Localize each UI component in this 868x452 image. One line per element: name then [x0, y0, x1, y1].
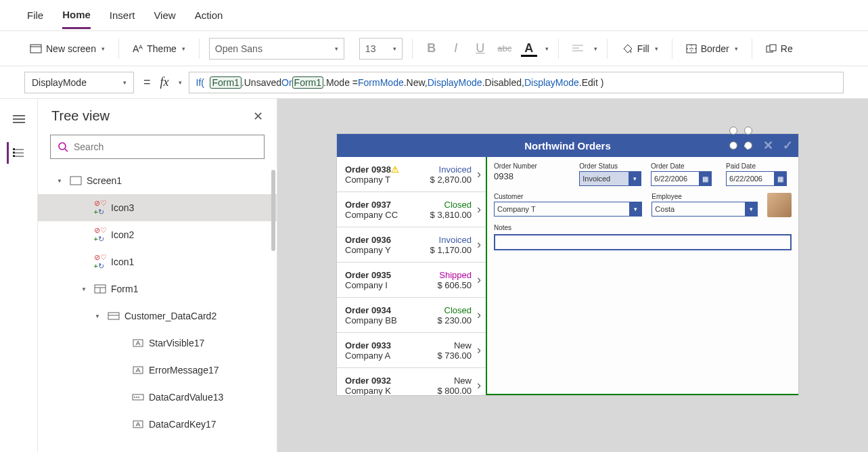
order-number: Order 0938⚠ [345, 164, 426, 175]
svg-rect-15 [13, 155, 15, 157]
order-list[interactable]: Order 0938⚠Company TInvoiced$ 2,870.00›O… [337, 157, 487, 395]
chevron-down-icon: ▾ [629, 202, 641, 216]
tree-item-label: ErrorMessage17 [149, 365, 219, 376]
menu-home[interactable]: Home [62, 2, 91, 29]
tree-item-datacardkey17[interactable]: DataCardKey17 [38, 411, 277, 438]
order-row[interactable]: Order 0938⚠Company TInvoiced$ 2,870.00› [337, 157, 486, 192]
paid-date-label: Paid Date [726, 162, 792, 170]
chevron-down-icon: ▾ [123, 79, 127, 86]
tree-item-icon2[interactable]: ⊘♡+↻Icon2 [38, 221, 277, 248]
paid-date-input[interactable]: 6/22/2006 ▦ [726, 171, 787, 186]
check-icon[interactable]: ✓ [783, 138, 793, 153]
chevron-right-icon[interactable]: › [476, 308, 482, 322]
menu-insert[interactable]: Insert [110, 3, 135, 28]
chevron-right-icon[interactable]: › [476, 202, 482, 217]
chevron-down-icon[interactable]: ▾ [545, 45, 549, 52]
chevron-down-icon: ▾ [182, 45, 185, 52]
tree-item-customer_datacard2[interactable]: ▼Customer_DataCard2 [38, 302, 277, 330]
order-status: New [437, 340, 472, 351]
order-row[interactable]: Order 0937Company CCClosed$ 3,810.00› [337, 192, 486, 227]
order-company: Company A [345, 351, 433, 361]
order-amount: $ 3,810.00 [430, 210, 472, 220]
order-status-select[interactable]: Invoiced ▾ [579, 171, 641, 186]
notes-input[interactable] [494, 234, 792, 250]
chevron-down-icon[interactable]: ▾ [594, 45, 597, 52]
tree-item-datacardvalue13[interactable]: DataCardValue13 [38, 384, 277, 411]
tree-view-icon[interactable] [7, 142, 28, 164]
customer-select[interactable]: Company T ▾ [494, 202, 642, 217]
font-color-button[interactable]: A [520, 39, 539, 58]
main-area: Tree view ✕ ▼Screen1⊘♡+↻Icon3⊘♡+↻Icon2⊘♡… [0, 99, 868, 452]
tree-item-icon3[interactable]: ⊘♡+↻Icon3 [38, 194, 277, 221]
font-size-select[interactable]: 13 ▾ [359, 38, 403, 60]
font-family-select[interactable]: Open Sans ▾ [209, 38, 344, 60]
chevron-down-icon[interactable]: ▾ [179, 79, 182, 86]
formula-input[interactable]: If( Form1 .Unsaved Or Form1 .Mode = Form… [189, 72, 844, 93]
hamburger-icon[interactable] [8, 108, 30, 130]
align-button[interactable] [568, 39, 587, 58]
order-status: Invoiced [430, 164, 472, 175]
chevron-right-icon[interactable]: › [476, 167, 482, 181]
svg-point-27 [134, 397, 135, 398]
tree-item-label: DataCardValue13 [149, 392, 223, 403]
chevron-right-icon[interactable]: › [476, 343, 482, 357]
chevron-right-icon[interactable]: › [476, 273, 482, 287]
border-button[interactable]: Border ▾ [682, 41, 742, 57]
tree-item-label: Icon3 [111, 202, 134, 213]
reorder-icon [766, 44, 777, 53]
strikethrough-button[interactable]: abc [495, 39, 514, 58]
underline-button[interactable]: U [471, 39, 490, 58]
separator [672, 39, 672, 59]
icongroup-icon: ⊘♡+↻ [93, 228, 107, 242]
order-row[interactable]: Order 0932Company KNew$ 800.00› [337, 368, 486, 395]
scrollbar-thumb[interactable] [271, 170, 275, 251]
formula-token: .Unsaved [242, 77, 281, 88]
chevron-right-icon[interactable]: › [476, 378, 482, 392]
chevron-right-icon[interactable]: › [476, 238, 482, 252]
order-status: Closed [437, 305, 472, 315]
design-canvas[interactable]: Northwind Orders ＋ ✕ ✓ Order 0938⚠Compan… [277, 99, 868, 452]
svg-rect-0 [30, 45, 41, 53]
menu-action[interactable]: Action [195, 3, 223, 28]
tree-item-errormessage17[interactable]: ErrorMessage17 [38, 357, 277, 384]
tree-item-form1[interactable]: ▼Form1 [38, 275, 277, 302]
reorder-button[interactable]: Re [762, 41, 797, 57]
property-select[interactable]: DisplayMode ▾ [24, 72, 134, 93]
expand-toggle[interactable]: ▼ [81, 286, 89, 292]
expand-toggle[interactable]: ▼ [57, 178, 65, 184]
italic-button[interactable]: I [447, 39, 465, 58]
close-icon[interactable]: ✕ [253, 109, 263, 124]
theme-button[interactable]: Aᴬ Theme ▾ [129, 41, 189, 57]
close-icon[interactable]: ✕ [763, 138, 773, 153]
fill-label: Fill [637, 43, 649, 54]
order-company: Company BB [345, 315, 433, 325]
order-number: Order 0936 [345, 235, 426, 245]
fx-icon[interactable]: fx [160, 75, 169, 89]
order-date-input[interactable]: 6/22/2006 ▦ [651, 171, 712, 186]
search-input[interactable] [50, 135, 265, 159]
chevron-down-icon: ▾ [335, 45, 338, 52]
tree-item-icon1[interactable]: ⊘♡+↻Icon1 [38, 248, 277, 275]
order-company: Company I [345, 280, 433, 290]
add-icon[interactable]: ＋ [741, 137, 754, 154]
employee-select[interactable]: Costa ▾ [652, 202, 758, 217]
fill-button[interactable]: Fill ▾ [617, 41, 662, 57]
tree-item-screen1[interactable]: ▼Screen1 [38, 167, 277, 194]
search-field[interactable] [74, 141, 257, 152]
menu-view[interactable]: View [154, 3, 175, 28]
formula-token: DisplayMode [428, 77, 482, 88]
order-row[interactable]: Order 0935Company IShipped$ 606.50› [337, 263, 486, 298]
order-row[interactable]: Order 0933Company ANew$ 736.00› [337, 333, 486, 368]
order-row[interactable]: Order 0936Company YInvoiced$ 1,170.00› [337, 227, 486, 263]
new-screen-button[interactable]: New screen ▾ [26, 41, 109, 57]
order-number-value: 0938 [494, 171, 570, 181]
expand-toggle[interactable]: ▼ [95, 313, 103, 319]
menu-file[interactable]: File [27, 3, 43, 28]
bold-button[interactable]: B [422, 39, 441, 58]
app-preview: Northwind Orders ＋ ✕ ✓ Order 0938⚠Compan… [337, 134, 798, 395]
separator [412, 39, 413, 59]
tree-list[interactable]: ▼Screen1⊘♡+↻Icon3⊘♡+↻Icon2⊘♡+↻Icon1▼Form… [38, 167, 277, 452]
order-row[interactable]: Order 0934Company BBClosed$ 230.00› [337, 298, 486, 333]
tree-item-starvisible17[interactable]: StarVisible17 [38, 330, 277, 357]
order-amount: $ 800.00 [437, 386, 472, 396]
